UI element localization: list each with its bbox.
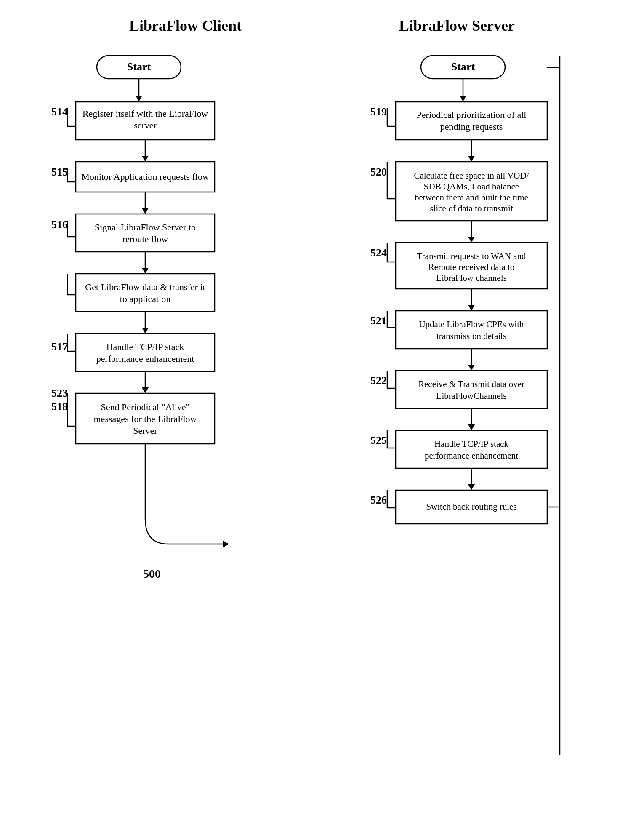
svg-text:performance enhancement: performance enhancement <box>425 451 518 461</box>
svg-text:messages for the LibraFlow: messages for the LibraFlow <box>94 414 197 424</box>
svg-marker-8 <box>142 156 149 162</box>
diagram-container: LibraFlow Client LibraFlow Server Start … <box>0 0 644 830</box>
node-517-text: Handle TCP/IP stack <box>106 342 184 352</box>
label-524: 524 <box>370 247 387 259</box>
node-525-text: Handle TCP/IP stack <box>434 439 509 449</box>
svg-marker-13 <box>142 208 149 214</box>
column-headers: LibraFlow Client LibraFlow Server <box>25 17 619 35</box>
label-523: 523 <box>51 387 68 399</box>
node-526-text: Switch back routing rules <box>426 502 516 512</box>
node-519-text: Periodical prioritization of all <box>417 109 527 120</box>
svg-text:SDB QAMs, Load balance: SDB QAMs, Load balance <box>424 181 519 192</box>
svg-marker-31 <box>142 387 149 393</box>
svg-text:Server: Server <box>133 425 157 436</box>
svg-text:LibraFlow channels: LibraFlow channels <box>436 273 506 283</box>
node-522-text: Receive & Transmit data over <box>418 379 524 389</box>
svg-text:between them and  built the ti: between them and built the time <box>415 192 528 203</box>
node-516-text: Signal LibraFlow Server to <box>95 222 196 232</box>
node-514-text: Register itself with the LibraFlow <box>82 108 208 119</box>
svg-text:server: server <box>134 120 157 131</box>
label-525: 525 <box>370 434 387 446</box>
svg-marker-25 <box>142 328 149 334</box>
svg-marker-19 <box>142 268 149 274</box>
label-520: 520 <box>370 166 387 178</box>
svg-text:LibraFlowChannels: LibraFlowChannels <box>436 391 507 401</box>
label-516: 516 <box>51 219 68 231</box>
svg-rect-16 <box>76 214 215 252</box>
svg-text:pending requests: pending requests <box>440 121 503 132</box>
node-getdata-text: Get LibraFlow data & transfer it <box>85 282 205 292</box>
left-start-label: Start <box>127 61 151 73</box>
label-518: 518 <box>51 400 68 413</box>
label-500: 500 <box>143 567 161 580</box>
label-526: 526 <box>370 494 387 506</box>
svg-text:slice of data to transmit: slice of data to transmit <box>430 203 513 214</box>
svg-text:to application: to application <box>120 294 170 304</box>
svg-text:performance enhancement: performance enhancement <box>96 353 194 364</box>
node-521-text: Update LibraFlow CPEs with <box>419 319 524 329</box>
node-524-text: Transmit requests to WAN and <box>417 251 526 261</box>
right-start-label: Start <box>451 61 475 73</box>
label-515: 515 <box>51 166 68 178</box>
label-521: 521 <box>370 315 387 327</box>
svg-rect-22 <box>76 274 215 312</box>
svg-rect-64 <box>396 311 547 349</box>
svg-marker-73 <box>468 424 475 430</box>
label-517: 517 <box>51 341 68 353</box>
svg-marker-54 <box>468 237 475 243</box>
svg-marker-46 <box>468 156 475 162</box>
node-518-text: Send Periodical "Alive" <box>101 402 189 412</box>
label-519: 519 <box>370 106 387 118</box>
node-515-text: Monitor Application requests flow <box>81 171 209 182</box>
left-column-header: LibraFlow Client <box>129 17 242 35</box>
svg-marker-87 <box>223 541 229 547</box>
svg-text:reroute flow: reroute flow <box>122 234 168 244</box>
svg-marker-79 <box>468 484 475 490</box>
svg-marker-2 <box>136 96 142 101</box>
flowchart-svg: Start 514 Register itself with the Libra… <box>25 47 644 814</box>
svg-marker-40 <box>460 96 466 101</box>
node-520-text: Calculate free space in all VOD/ <box>414 171 529 181</box>
right-column-header: LibraFlow Server <box>399 17 515 35</box>
svg-marker-61 <box>468 305 475 311</box>
svg-text:transmission details: transmission details <box>436 331 506 341</box>
svg-text:Reroute received data to: Reroute received data to <box>428 262 515 272</box>
svg-marker-67 <box>468 365 475 371</box>
svg-rect-70 <box>396 371 547 408</box>
label-514: 514 <box>51 106 68 118</box>
label-522: 522 <box>370 374 387 387</box>
svg-rect-76 <box>396 430 547 468</box>
svg-rect-43 <box>396 102 547 140</box>
svg-rect-28 <box>76 334 215 371</box>
